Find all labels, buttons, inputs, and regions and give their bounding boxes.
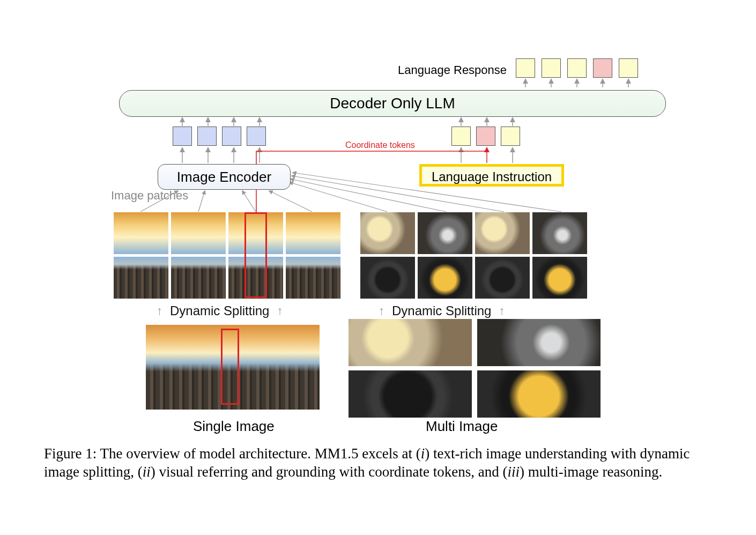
patch xyxy=(532,212,587,254)
language-token xyxy=(451,127,471,146)
output-tokens xyxy=(516,58,638,78)
svg-line-22 xyxy=(269,191,312,212)
svg-line-21 xyxy=(242,191,256,212)
coordinate-token xyxy=(476,127,495,146)
image-patches-label: Image patches xyxy=(111,189,188,203)
single-image-patches xyxy=(114,212,340,299)
patch xyxy=(228,257,283,299)
patch xyxy=(171,212,226,254)
patch xyxy=(532,257,587,299)
figure-caption: Figure 1: The overview of model architec… xyxy=(44,445,693,481)
arrow-up-icon: ↑ xyxy=(277,304,283,318)
language-token xyxy=(542,58,561,78)
patch xyxy=(360,212,415,254)
caption-roman-ii: ii xyxy=(143,464,151,480)
visual-token xyxy=(222,127,241,146)
multi-image-tile xyxy=(477,370,601,418)
language-token xyxy=(619,58,638,78)
caption-text: Figure 1: The overview of model architec… xyxy=(44,445,421,462)
language-input-tokens xyxy=(451,127,520,146)
patch xyxy=(360,257,415,299)
visual-token xyxy=(173,127,192,146)
patch xyxy=(114,212,168,254)
dynamic-splitting-row-right: ↑ Dynamic Splitting ↑ xyxy=(379,303,505,318)
language-response-label: Language Response xyxy=(398,63,507,77)
svg-line-23 xyxy=(290,182,387,212)
caption-text: ) visual referring and grounding with co… xyxy=(151,464,508,480)
arrow-up-icon: ↑ xyxy=(157,304,162,318)
architecture-diagram: Language Response Decoder Only LLM Coord… xyxy=(44,32,709,429)
language-token xyxy=(567,58,587,78)
language-token xyxy=(516,58,535,78)
patch xyxy=(114,257,168,299)
patch xyxy=(171,257,226,299)
language-token xyxy=(501,127,520,146)
decoder-llm-box: Decoder Only LLM xyxy=(119,90,666,117)
image-encoder-box: Image Encoder xyxy=(158,164,291,190)
patch xyxy=(475,212,530,254)
patch xyxy=(228,212,283,254)
visual-tokens xyxy=(173,127,266,146)
arrow-up-icon: ↑ xyxy=(379,304,384,318)
multi-image-tile xyxy=(349,370,472,418)
patch xyxy=(418,212,472,254)
multi-input-images xyxy=(349,319,601,418)
patch xyxy=(475,257,530,299)
multi-image-patches xyxy=(360,212,587,299)
dynamic-splitting-label: Dynamic Splitting xyxy=(170,303,269,318)
language-instruction-box: Language Instruction xyxy=(419,164,564,187)
multi-image-tile xyxy=(349,319,472,366)
coordinate-token xyxy=(593,58,612,78)
multi-image-label: Multi Image xyxy=(426,418,498,435)
arrow-up-icon: ↑ xyxy=(499,304,505,318)
patch xyxy=(286,257,340,299)
svg-line-20 xyxy=(198,191,205,212)
patch xyxy=(418,257,472,299)
caption-text: ) multi-image reasoning. xyxy=(520,464,662,480)
dynamic-splitting-label: Dynamic Splitting xyxy=(392,303,491,318)
visual-token xyxy=(247,127,266,146)
single-image-label: Single Image xyxy=(193,418,275,435)
visual-token xyxy=(197,127,217,146)
patch xyxy=(286,212,340,254)
dynamic-splitting-row-left: ↑ Dynamic Splitting ↑ xyxy=(157,303,283,318)
single-input-image xyxy=(146,325,320,410)
caption-roman-iii: iii xyxy=(508,464,520,480)
coordinate-tokens-label: Coordinate tokens xyxy=(345,140,415,150)
multi-image-tile xyxy=(477,319,601,366)
